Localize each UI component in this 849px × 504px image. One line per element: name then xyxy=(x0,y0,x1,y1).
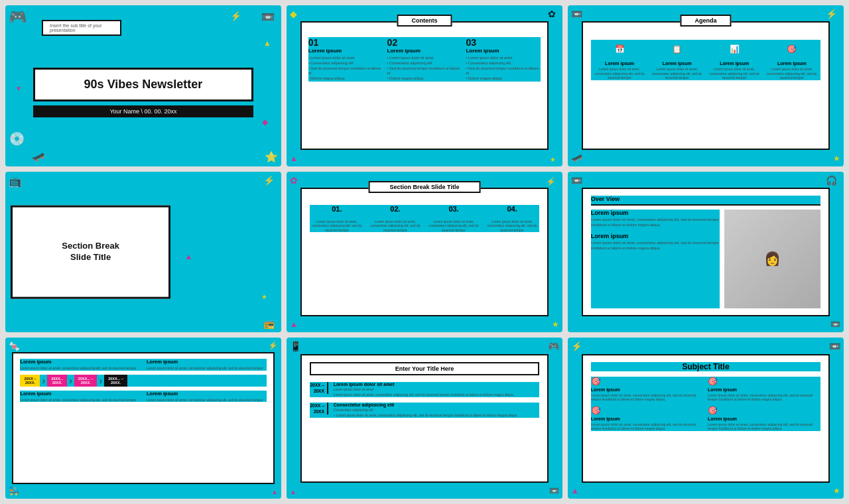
deco-tri-s2-2: ▲ xyxy=(290,154,298,163)
subject-icon-2: 🎯 xyxy=(708,377,820,386)
entry2-date: 20XX –20XX xyxy=(310,403,328,414)
tl-top-text2: Lorem ipsum dolor sit amet, consectetur … xyxy=(147,366,267,371)
col3-num: 03 xyxy=(466,37,541,48)
slide4-container: Section Break Slide Title xyxy=(5,172,281,333)
entry1-text: Lorem ipsum dolor sit amet, consectetur … xyxy=(334,393,539,397)
deco-lightning-s7: ⚡ xyxy=(268,341,278,350)
tl-item-2: 20XX...20XX. xyxy=(47,375,67,387)
entry2-subtitle: Consectetur adipisicing elit xyxy=(334,408,539,412)
subject-item3-text: Lorem ipsum dolor sit amet, consectetur … xyxy=(591,422,704,431)
deco-lightning-s3: ⚡ xyxy=(826,9,837,19)
photo-placeholder: 👩 xyxy=(724,210,820,308)
subject-item4-text: Lorem ipsum dolor sit amet, consectetur … xyxy=(708,422,820,431)
col3-text: • Lorem ipsum dolor sit amet• Consectetu… xyxy=(466,56,541,81)
sb-col2-num: 02. xyxy=(368,205,423,213)
tl-top-col1: Lorem ipsum Lorem ipsum dolor sit amet, … xyxy=(20,359,140,371)
overview-item1-title: Lorem ipsum xyxy=(591,210,720,216)
slide1-name: Your Name \ 00. 00. 20xx xyxy=(33,105,254,117)
slide-5: ✿ ⚡ ▲ ★ Section Break Slide Title 01. Lo… xyxy=(287,172,562,333)
tl-arrow-3: › xyxy=(99,375,102,386)
tl-arrow-1: › xyxy=(42,375,45,386)
tl-bottom-col1: Lorem ipsum Lorem ipsum dolor sit amet, … xyxy=(20,391,140,403)
subject-item-4: 🎯 Lorem ipsum Lorem ipsum dolor sit amet… xyxy=(708,406,820,431)
contents-col-3: 03 Lorem ipsum • Lorem ipsum dolor sit a… xyxy=(466,37,541,81)
col2-text: • Lorem ipsum dolor sit amet• Consectetu… xyxy=(387,56,462,81)
deco-gamepad-icon: 🎮 xyxy=(9,9,27,26)
contents-col-2: 02 Lorem ipsum • Lorem ipsum dolor sit a… xyxy=(387,37,462,81)
sb-col4-num: 04. xyxy=(485,205,539,213)
timeline-top: Lorem ipsum Lorem ipsum dolor sit amet, … xyxy=(20,359,266,371)
timeline2-title: Enter Your Title Here xyxy=(310,362,539,375)
tl-arrow-2: › xyxy=(69,375,72,386)
entry1-subtitle: Lorem ipsum dolor sit amet xyxy=(334,387,539,392)
subject-icon-3: 🎯 xyxy=(591,406,704,415)
agenda-icon-3: 📊 xyxy=(725,40,744,58)
tl-box-4: 20XX... –20XX. xyxy=(104,375,127,387)
subject-item-2: 🎯 Lorem ipsum Lorem ipsum dolor sit amet… xyxy=(708,377,820,402)
subject-title: Subject Title xyxy=(591,362,820,371)
sb-col1-num: 01. xyxy=(310,205,364,213)
deco-tape-icon: 📼 xyxy=(261,11,275,23)
timeline-bottom: Lorem ipsum Lorem ipsum dolor sit amet, … xyxy=(20,391,266,403)
sb-col-1: 01. Lorem ipsum Lorem ipsum dolor sit am… xyxy=(310,205,364,233)
deco-cassette-s6: 📼 xyxy=(571,175,582,186)
col1-text: • Lorem ipsum dolor sit amet• Consectetu… xyxy=(308,56,383,81)
sb-col2-text: Lorem ipsum dolor sit amet, consectetur … xyxy=(368,220,423,233)
col2-title: Lorem ipsum xyxy=(387,48,462,54)
subject-item1-title: Lorem ipsum xyxy=(591,387,704,392)
tl-item-1: 20XX –20XX. xyxy=(20,375,40,387)
deco-cassette-s8: 📼 xyxy=(549,486,559,495)
agenda-item-4: 🎯 Lorem ipsum Lorem ipsum dolor sit amet… xyxy=(763,40,821,80)
deco-tri3: ◆ xyxy=(262,117,268,127)
agenda-icon-4: 🎯 xyxy=(783,40,801,58)
subject-item3-title: Lorem ipsum xyxy=(591,416,704,421)
subject-item2-title: Lorem ipsum xyxy=(708,387,820,392)
tl-bottom-text2: Lorem ipsum dolor sit amet, consectetur … xyxy=(147,398,267,403)
tl-bottom-col2: Lorem ipsum Lorem ipsum dolor sit amet, … xyxy=(147,391,267,403)
deco-tri-s5: ▲ xyxy=(290,320,298,329)
sb-col-4: 04. Lorem ipsum Lorem ipsum dolor sit am… xyxy=(485,205,539,233)
deco-skate-s3: 🛹 xyxy=(571,153,582,163)
tl-bottom-title1: Lorem ipsum xyxy=(20,391,140,397)
deco-vinyl-icon: 💿 xyxy=(9,131,25,147)
timeline2-entry-1: 20XX –20XX Lorem ipsum dolor sit amet Lo… xyxy=(310,382,539,397)
sb-col2-title: Lorem ipsum xyxy=(368,213,423,218)
slide-8: 📱 🎮 📼 ▲ Enter Your Title Here 20XX –20XX… xyxy=(287,338,562,499)
overview-panel: Over View Lorem ipsum Lorem ipsum dolor … xyxy=(582,188,830,316)
sb-col4-title: Lorem ipsum xyxy=(485,213,539,218)
agenda-item-title-2: Lorem ipsum xyxy=(648,61,706,66)
deco-tri-s9: ▲ xyxy=(571,486,579,495)
slide1-title: 90s Vibes Newsletter xyxy=(48,78,239,92)
deco-star-s2: ★ xyxy=(550,156,556,163)
col2-num: 02 xyxy=(387,37,462,48)
deco-tri1: ▲ xyxy=(263,38,271,48)
overview-title: Over View xyxy=(591,196,820,206)
slide-3: 📼 ⚡ 🛹 ★ Agenda 📅 Lorem ipsum Lorem ipsum… xyxy=(568,5,844,166)
deco-tri-s2-1: ◆ xyxy=(290,9,297,19)
subject-item-1: 🎯 Lorem ipsum Lorem ipsum dolor sit amet… xyxy=(591,377,704,402)
deco-phone-s8: 📱 xyxy=(290,341,301,351)
tl-bottom-title2: Lorem ipsum xyxy=(147,391,267,397)
agenda-item-text-4: Lorem ipsum dolor sit amet, consectetur … xyxy=(763,67,821,80)
subject-item-3: 🎯 Lorem ipsum Lorem ipsum dolor sit amet… xyxy=(591,406,704,431)
overview-item1-text: Lorem ipsum dolor sit amet, consectetur … xyxy=(591,218,720,227)
deco-skate-s7: 🛼 xyxy=(9,485,20,495)
tl-top-col2: Lorem ipsum Lorem ipsum dolor sit amet, … xyxy=(147,359,267,371)
overview-photo: 👩 xyxy=(724,210,820,308)
tl-bottom-text1: Lorem ipsum dolor sit amet, consectetur … xyxy=(20,398,140,403)
subject-panel: Subject Title 🎯 Lorem ipsum Lorem ipsum … xyxy=(582,354,830,483)
slide-6: 📼 🎧 📼 Over View Lorem ipsum Lorem ipsum … xyxy=(568,172,844,333)
entry2-content: Consectetur adipisicing elit Consectetur… xyxy=(334,403,539,418)
col1-num: 01 xyxy=(308,37,383,48)
deco-tri-s7: ▲ xyxy=(271,488,278,495)
contents-panel: Contents 01 Lorem ipsum • Lorem ipsum do… xyxy=(300,21,549,150)
subject-grid: 🎯 Lorem ipsum Lorem ipsum dolor sit amet… xyxy=(591,377,820,431)
slide4-title: Section Break Slide Title xyxy=(11,241,170,263)
agenda-item-3: 📊 Lorem ipsum Lorem ipsum dolor sit amet… xyxy=(706,40,763,80)
agenda-icons-row: 📅 Lorem ipsum Lorem ipsum dolor sit amet… xyxy=(591,40,820,80)
overview-body: Lorem ipsum Lorem ipsum dolor sit amet, … xyxy=(591,210,820,308)
tl-top-title2: Lorem ipsum xyxy=(147,359,267,365)
agenda-item-1: 📅 Lorem ipsum Lorem ipsum dolor sit amet… xyxy=(591,40,649,80)
deco-gameboy-s8: 🎮 xyxy=(548,341,559,351)
tl-item-4: 20XX... –20XX. xyxy=(104,375,127,387)
